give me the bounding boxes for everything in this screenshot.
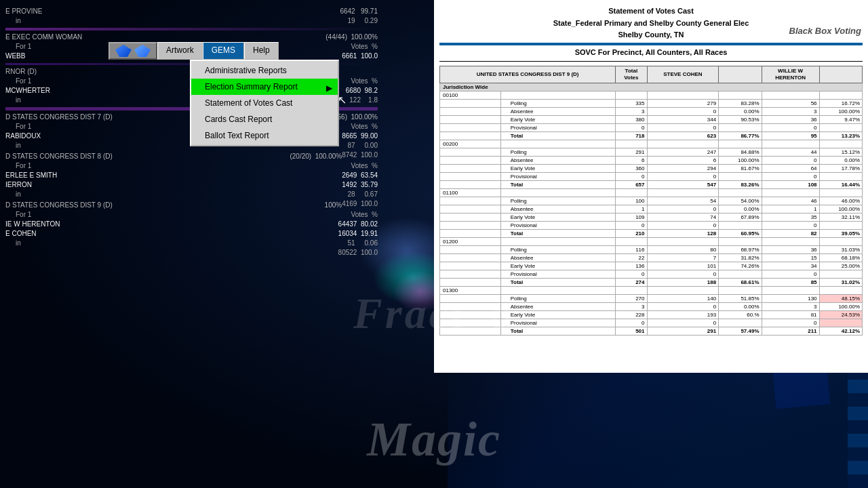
precinct-01200-row: 01200: [440, 237, 863, 245]
in-vals: 19 0.29: [348, 16, 378, 26]
precinct-00100-absentee: Absentee 300.00%3100.00%: [440, 107, 863, 115]
purple-divider-1: [5, 28, 378, 30]
precinct-00100-provisional: Provisional 000: [440, 123, 863, 131]
exec-comm-name: E EXEC COMM WOMAN: [5, 33, 82, 41]
menu-item-statement-of-votes-cast[interactable]: Statement of Votes Cast: [191, 95, 338, 111]
precinct-00100-row: 00100: [440, 91, 863, 99]
precinct-01200-polling: Polling 1168068.97%3631.03%: [440, 245, 863, 253]
provine-in-row: in 19 0.29: [5, 16, 378, 26]
congress9-header: D STATES CONGRESS DIST 9 (D) 100%: [5, 201, 378, 210]
precinct-00100-earlyvote: Early Vote 38034490.53%369.47%: [440, 115, 863, 123]
jurisdiction-wide-row: Jurisdiction Wide: [440, 83, 863, 91]
menu-item-cards-cast-report[interactable]: Cards Cast Report: [191, 111, 338, 127]
precinct-00200-provisional: Provisional 000: [440, 172, 863, 180]
in-label: in: [16, 17, 21, 24]
precinct-00100-polling: Polling 335 279 83.28% 56 16.72%: [440, 99, 863, 107]
precinct-01200-total: Total 27418868.61%8531.02%: [440, 278, 863, 286]
bbv-text: Black Box Voting: [789, 26, 861, 36]
precinct-00200-total: Total 65754783.26%10816.44%: [440, 180, 863, 188]
precinct-00200-row: 00200: [440, 140, 863, 148]
precinct-01100-polling: Polling 1005454.00%4646.00%: [440, 197, 863, 205]
exec-comm-detail: (44/44) 100.00%: [326, 33, 378, 42]
her-votes: 56: [762, 99, 819, 107]
precinct-00100-total: Total 71862386.77%9513.23%: [440, 131, 863, 140]
cohen-pct-header: [719, 66, 762, 83]
provine-name: E PROVINE: [5, 7, 42, 15]
polling-label: Polling: [500, 99, 616, 107]
app-logo: [108, 42, 157, 60]
congress9-in-row: in 51 0.06: [5, 239, 378, 248]
precinct-id: 00100: [440, 91, 501, 99]
sovc-main-title: Statement of Votes Cast: [608, 7, 694, 15]
cohen-row: E COHEN 16034 19.91: [5, 229, 378, 239]
congress8-in-row: in 28 0.67: [5, 190, 378, 199]
menu-item-election-summary-report[interactable]: Election Summary Report: [191, 79, 338, 95]
gem-icon: [115, 45, 132, 57]
cohen-pct: 83.28%: [719, 99, 762, 107]
exec-comm-row: E EXEC COMM WOMAN (44/44) 100.00%: [5, 33, 378, 42]
precinct-00200-absentee: Absentee 66100.00%00.00%: [440, 156, 863, 164]
polling-total: 335: [616, 99, 647, 107]
bbv-watermark: Black Box Voting: [789, 26, 861, 36]
sovc-scope: SOVC For Precinct, All Counters, All Rac…: [575, 48, 728, 56]
precinct-01200-provisional: Provisional 000: [440, 270, 863, 278]
total-votes-header: TotalVotes: [616, 66, 647, 83]
menu-item-ballot-text-report[interactable]: Ballot Text Report: [191, 127, 338, 144]
ierron-row: IERRON 1492 35.79: [5, 180, 378, 190]
precinct-01100-provisional: Provisional 000: [440, 221, 863, 229]
precinct-01100-total: Total 21012860.95%8239.05%: [440, 229, 863, 237]
cohen-votes: 279: [647, 99, 719, 107]
congress9-for1: For 1 Votes %: [5, 210, 378, 220]
provine-row: E PROVINE 6642 99.71: [5, 7, 378, 16]
menu-help[interactable]: Help: [244, 42, 279, 60]
jurisdiction-label: Jurisdiction Wide: [440, 83, 863, 91]
sovc-subtitle: State_Federal Primary and Shelby County …: [553, 19, 749, 27]
herenton-header: WILLIE WHERENTON: [762, 66, 819, 83]
menu-item-administrative-reports[interactable]: Administrative Reports: [191, 62, 338, 79]
frac-text-label: Fract_o: [353, 289, 515, 338]
precinct-01100-absentee: Absentee 100.00%1100.00%: [440, 205, 863, 213]
magic-text-label: Magic: [367, 412, 501, 466]
menu-gems[interactable]: GEMS: [203, 42, 244, 60]
precinct-01200-earlyvote: Early Vote 13610174.26%3425.00%: [440, 262, 863, 270]
congress8-header: D STATES CONGRESS DIST 8 (D) (20/20) 100…: [5, 152, 378, 161]
her-pct: 16.72%: [819, 99, 862, 107]
menu-artwork[interactable]: Artwork: [157, 42, 203, 60]
herenton-row: IE W HERENTON 64437 80.02: [5, 220, 378, 229]
dropdown-arrow: ▶: [326, 83, 332, 93]
precinct-01100-row: 01100: [440, 188, 863, 197]
precinct-01100-earlyvote: Early Vote 1097467.89%3532.11%: [440, 213, 863, 221]
precinct-00200-polling: Polling 29124784.88%4415.12%: [440, 148, 863, 156]
herenton-pct-header: [819, 66, 862, 83]
menu-bar: Artwork GEMS Help: [108, 42, 279, 60]
frac-watermark: Fract_o: [0, 289, 868, 339]
sovc-blue-bar: [439, 43, 863, 45]
sovc-location: Shelby County, TN: [618, 30, 684, 39]
congress8-for1: For 1 Votes %: [5, 161, 378, 171]
contest-header: UNITED STATES CONGRESS DIST 9 (D): [440, 66, 616, 83]
gem-icon-2: [134, 45, 151, 57]
precinct-01200-absentee: Absentee 22731.82%1568.18%: [440, 253, 863, 262]
magic-watermark: Magic: [0, 411, 868, 468]
gems-dropdown-menu: Administrative Reports Election Summary …: [190, 60, 339, 146]
provine-votes: 6642 99.71: [340, 7, 378, 16]
precinct-00200-earlyvote: Early Vote 36029481.67%6417.78%: [440, 164, 863, 172]
cohen-header: STEVE COHEN: [647, 66, 719, 83]
smith-row: ERLEE E SMITH 2649 63.54: [5, 171, 378, 180]
